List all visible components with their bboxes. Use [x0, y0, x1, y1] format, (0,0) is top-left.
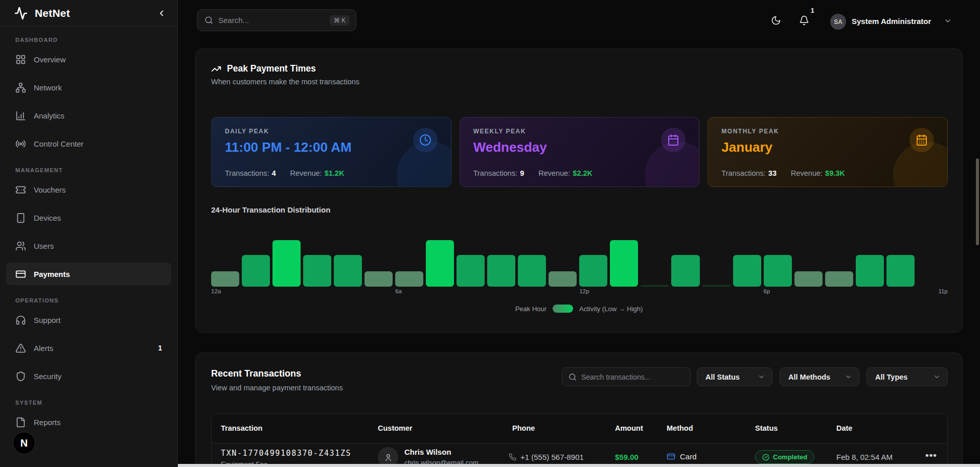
theme-toggle-button[interactable]: [767, 12, 785, 29]
sidebar-item-label: Security: [34, 372, 61, 381]
hour-bar-slot-7a[interactable]: [426, 233, 457, 287]
hour-bar-10a[interactable]: [518, 255, 546, 287]
sidebar-item-control-center[interactable]: Control Center: [6, 132, 171, 155]
hour-bar-5p[interactable]: [733, 255, 761, 287]
dev-overlay-badge[interactable]: N: [13, 432, 35, 454]
hour-bar-slot-1p[interactable]: [610, 233, 641, 287]
hour-bar-11a[interactable]: [549, 271, 577, 287]
global-search[interactable]: ⌘ K: [197, 9, 356, 31]
search-icon: [568, 373, 577, 381]
hour-bar-3a[interactable]: [303, 255, 331, 287]
hour-bar-1p[interactable]: [610, 240, 638, 287]
sidebar-item-overview[interactable]: Overview: [6, 48, 171, 71]
hour-bar-slot-4p[interactable]: [702, 233, 733, 287]
types-filter-dropdown[interactable]: All Types: [867, 367, 948, 386]
hour-bar-slot-6p[interactable]: [764, 233, 794, 287]
sidebar-collapse-button[interactable]: [154, 6, 169, 21]
hour-bar-slot-7p[interactable]: [794, 233, 825, 287]
hour-bar-2a[interactable]: [272, 240, 301, 287]
hour-bar-3p[interactable]: [671, 255, 699, 287]
hour-bar-slot-11p[interactable]: [917, 233, 948, 287]
avatar[interactable]: SA: [830, 14, 846, 30]
hour-bar-slot-12p[interactable]: [579, 233, 610, 287]
hour-bar-7a[interactable]: [426, 240, 454, 287]
row-actions-button[interactable]: •••: [925, 450, 937, 461]
hour-tick-8a: [457, 288, 487, 294]
global-search-input[interactable]: [218, 16, 325, 25]
sidebar-item-label: Control Center: [34, 139, 84, 148]
hour-bar-1a[interactable]: [242, 255, 270, 287]
hour-bar-slot-3p[interactable]: [671, 233, 702, 287]
credit-card-icon: [667, 452, 675, 461]
sidebar-item-support[interactable]: Support: [6, 309, 171, 331]
hour-bar-slot-10p[interactable]: [886, 233, 917, 287]
hour-bar-slot-8a[interactable]: [457, 233, 487, 287]
hour-bar-9a[interactable]: [487, 255, 515, 287]
hour-bar-slot-5p[interactable]: [733, 233, 764, 287]
legend-activity-label: Activity (Low → High): [579, 305, 643, 313]
status-filter-dropdown[interactable]: All Status: [697, 367, 772, 386]
hour-bar-slot-1a[interactable]: [242, 233, 272, 287]
hour-bar-slot-9p[interactable]: [856, 233, 886, 287]
hour-bar-slot-9a[interactable]: [487, 233, 518, 287]
hour-bar-2p[interactable]: [641, 285, 669, 287]
file-text-icon: [15, 417, 26, 428]
weekly-peak-card: WEEKLY PEAK Wednesday Transactions:9 Rev…: [460, 117, 700, 187]
hour-bar-slot-6a[interactable]: [395, 233, 426, 287]
hour-bar-slot-12a[interactable]: [211, 233, 242, 287]
sidebar-item-alerts[interactable]: Alerts 1: [6, 337, 171, 359]
chevron-down-icon[interactable]: [944, 17, 952, 25]
sidebar-item-devices[interactable]: Devices: [6, 206, 171, 229]
hour-bar-6a[interactable]: [395, 271, 423, 287]
horizontal-scrollbar[interactable]: [178, 464, 980, 467]
user-menu[interactable]: System Administrator: [852, 17, 931, 26]
calendar-icon: [661, 128, 686, 152]
sidebar-item-security[interactable]: Security: [6, 365, 171, 387]
hour-bar-slot-8p[interactable]: [825, 233, 856, 287]
transactions-search[interactable]: [562, 367, 691, 386]
peak-payment-times-card: Peak Payment Times When customers make t…: [195, 49, 963, 333]
calendar-days-icon: [909, 128, 934, 152]
chevron-down-icon: [933, 373, 941, 381]
hour-bar-12p[interactable]: [579, 255, 607, 287]
hour-bar-slot-2a[interactable]: [272, 233, 303, 287]
alerts-count-badge: 1: [158, 344, 162, 352]
hour-bar-7p[interactable]: [794, 271, 823, 287]
hour-tick-3a: [303, 288, 334, 294]
hour-bar-6p[interactable]: [764, 255, 792, 287]
sidebar-header: NetNet: [0, 0, 177, 27]
sidebar-item-label: Alerts: [34, 344, 53, 353]
sidebar-item-label: Reports: [34, 418, 61, 427]
hour-bar-slot-4a[interactable]: [334, 233, 364, 287]
sidebar-item-payments[interactable]: Payments: [6, 263, 171, 285]
section-label: SYSTEM: [0, 400, 177, 406]
hour-bar-4a[interactable]: [334, 255, 362, 287]
notifications-button[interactable]: [795, 12, 813, 29]
sidebar-item-users[interactable]: Users: [6, 235, 171, 257]
credit-card-icon: [15, 269, 26, 279]
hour-bar-10p[interactable]: [886, 255, 915, 287]
revenue-label: Revenue:: [290, 169, 322, 177]
hour-bar-12a[interactable]: [211, 271, 239, 287]
app-logo[interactable]: NetNet: [14, 7, 154, 20]
hour-bar-4p[interactable]: [702, 285, 731, 287]
revenue-value: $9.3K: [825, 169, 845, 177]
hour-bar-slot-10a[interactable]: [518, 233, 549, 287]
hour-bar-slot-3a[interactable]: [303, 233, 334, 287]
hour-bar-5a[interactable]: [364, 271, 393, 287]
hour-bar-slot-2p[interactable]: [641, 233, 671, 287]
methods-filter-dropdown[interactable]: All Methods: [780, 367, 859, 386]
radio-icon: [15, 138, 26, 149]
sidebar-item-network[interactable]: Network: [6, 76, 171, 99]
sidebar-item-vouchers[interactable]: Vouchers: [6, 178, 171, 201]
hour-bar-8p[interactable]: [825, 271, 853, 287]
hour-bar-9p[interactable]: [856, 255, 884, 287]
vertical-scrollbar-thumb[interactable]: [976, 158, 979, 245]
transactions-search-input[interactable]: [581, 373, 684, 381]
hour-bar-8a[interactable]: [457, 255, 485, 287]
hour-bar-slot-11a[interactable]: [549, 233, 579, 287]
sidebar-item-reports[interactable]: Reports: [6, 411, 171, 433]
hour-bar-slot-5a[interactable]: [364, 233, 395, 287]
sidebar-item-analytics[interactable]: Analytics: [6, 104, 171, 127]
monthly-peak-label: MONTHLY PEAK: [721, 128, 934, 135]
